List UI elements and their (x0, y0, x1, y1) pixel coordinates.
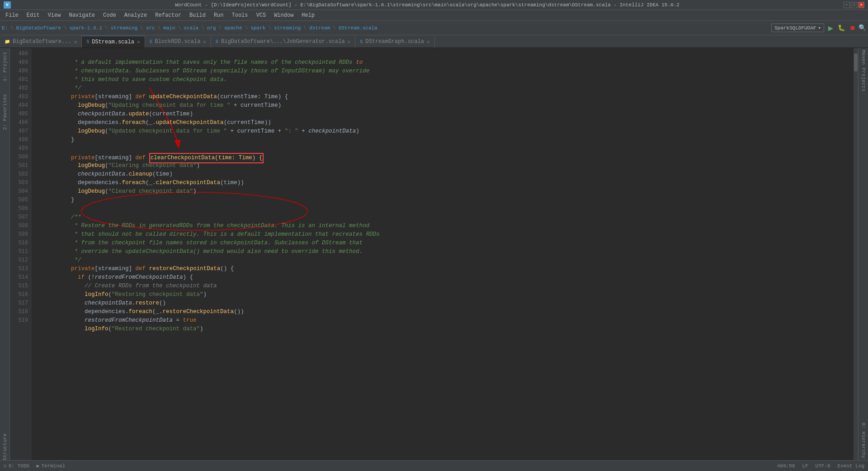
terminal-label: Terminal (41, 463, 65, 469)
lf-label: LF (802, 463, 808, 469)
search-everywhere-icon[interactable]: 🔍 (859, 24, 866, 32)
minimize-button[interactable]: ─ (844, 2, 850, 8)
app-icon: W (4, 1, 11, 9)
breadcrumb-org[interactable]: org (207, 25, 216, 31)
line-num-491: 491 (10, 76, 28, 84)
tab-close-0[interactable]: ✕ (74, 39, 77, 45)
sidebar-item-maven[interactable]: Maven Projects (859, 48, 868, 93)
tab-blockrdd[interactable]: S BlockRDD.scala ✕ (145, 36, 211, 48)
breadcrumb-bigdata[interactable]: BigDataSoftware (16, 25, 61, 31)
breadcrumb-streaming[interactable]: streaming (111, 25, 137, 31)
sidebar-item-project[interactable]: 1: Project (2, 52, 8, 81)
window-controls: ─ □ ✕ (844, 2, 864, 8)
tab-icon-1: S (86, 39, 89, 44)
menu-bar: FileEditViewNavigateCodeAnalyzeRefactorB… (0, 10, 868, 21)
breadcrumb-spark[interactable]: spark-1.6.1 (69, 25, 102, 31)
code-line-517: dependencies.foreach(_.restoreCheckpoint… (37, 299, 854, 308)
menu-item-file[interactable]: File (2, 10, 22, 20)
position-label: 499:59 (777, 463, 795, 469)
window-title: WordCount - [D:\IdeaProjects\WordCount] … (11, 2, 844, 8)
sidebar-item-structure[interactable]: Structure (2, 433, 8, 460)
line-num-512: 512 (10, 256, 28, 265)
sidebar-item-hierarchy[interactable]: 8: Hierarchy (859, 421, 868, 460)
line-num-506: 506 (10, 205, 28, 213)
breadcrumb-dstream[interactable]: dstream (309, 25, 330, 31)
status-right: 499:59 LF UTF-8 Event Log (777, 463, 864, 469)
breadcrumb-spark2[interactable]: spark (250, 25, 265, 31)
menu-item-vcs[interactable]: VCS (253, 10, 270, 20)
menu-item-analyze[interactable]: Analyze (121, 10, 151, 20)
breadcrumb-src[interactable]: src (146, 25, 155, 31)
maximize-button[interactable]: □ (851, 2, 857, 8)
menu-item-refactor[interactable]: Refactor (151, 10, 185, 20)
tab-icon-2: S (150, 39, 152, 44)
breadcrumb-streaming2[interactable]: streaming (274, 25, 301, 31)
menu-item-edit[interactable]: Edit (23, 10, 43, 20)
terminal-icon: ▶ (37, 463, 40, 469)
line-num-492: 492 (10, 84, 28, 93)
toolbar-right: SparkSQLDFUDAF ▾ ▶ 🐛 ⏹ 🔍 (771, 24, 866, 33)
breadcrumb-main[interactable]: main (163, 25, 175, 31)
code-line-511: */ (37, 247, 854, 256)
breadcrumb-apache[interactable]: apache (224, 25, 242, 31)
stop-button[interactable]: ⏹ (848, 24, 857, 33)
menu-item-build[interactable]: Build (186, 10, 209, 20)
line-num-517: 517 (10, 299, 28, 308)
tab-icon-4: S (360, 39, 363, 44)
project-panel: 1: Project 2: Favorites Structure (0, 48, 10, 460)
menu-item-run[interactable]: Run (210, 10, 227, 20)
tab-icon-3: S (216, 39, 218, 44)
line-num-513: 513 (10, 265, 28, 273)
code-line-492: private[streaming] def updateCheckpointD… (37, 84, 854, 93)
code-line-508: * that should not be called directly. Th… (37, 222, 854, 230)
encoding[interactable]: UTF-8 (816, 463, 830, 469)
line-num-519: 519 (10, 316, 28, 325)
menu-item-window[interactable]: Window (270, 10, 297, 20)
line-num-488: 488 (10, 50, 28, 58)
tab-close-2[interactable]: ✕ (203, 39, 206, 45)
menu-item-tools[interactable]: Tools (228, 10, 252, 20)
event-log-button[interactable]: Event Log (838, 463, 864, 469)
run-button[interactable]: ▶ (826, 24, 835, 33)
code-line-499: private[streaming] def clearCheckpointDa… (37, 144, 854, 153)
menu-item-code[interactable]: Code (99, 10, 120, 20)
close-button[interactable]: ✕ (858, 2, 864, 8)
todo-icon: ☑ (4, 463, 7, 469)
encoding-label: UTF-8 (816, 463, 830, 469)
tab-close-3[interactable]: ✕ (348, 39, 351, 45)
menu-item-navigate[interactable]: Navigate (65, 10, 99, 20)
scrollbar-thumb[interactable] (854, 53, 858, 71)
menu-item-help[interactable]: Help (298, 10, 318, 20)
vertical-scrollbar[interactable] (854, 48, 858, 460)
sidebar-item-favorites[interactable]: 2: Favorites (2, 94, 8, 130)
line-endings[interactable]: LF (802, 463, 808, 469)
tab-bigdatasoftware[interactable]: 📁 BigDataSoftware... ✕ (0, 36, 82, 48)
todo-button[interactable]: ☑ 6: TODO (4, 463, 29, 469)
tabs-bar: 📁 BigDataSoftware... ✕ S DStream.scala ✕… (0, 35, 868, 48)
chevron-down-icon[interactable]: ▾ (818, 25, 821, 31)
tab-label-1: DStream.scala (92, 39, 134, 45)
code-line-505 (37, 196, 854, 205)
tab-close-1[interactable]: ✕ (137, 39, 140, 45)
breadcrumb-e[interactable]: E: (2, 25, 8, 31)
code-line-490: * this method to save custom checkpoint … (37, 67, 854, 76)
debug-button[interactable]: 🐛 (837, 24, 846, 33)
tab-close-4[interactable]: ✕ (427, 39, 430, 45)
line-num-507: 507 (10, 213, 28, 222)
code-editor[interactable]: * a default implementation that saves on… (32, 48, 854, 460)
terminal-button[interactable]: ▶ Terminal (37, 463, 65, 469)
line-num-510: 510 (10, 239, 28, 247)
code-line-494: checkpointData.update(currentTime) (37, 101, 854, 110)
play-icon: ▶ (828, 24, 833, 32)
line-num-490: 490 (10, 67, 28, 76)
run-config-selector[interactable]: SparkSQLDFUDAF ▾ (771, 24, 824, 32)
tab-dstreamgraph[interactable]: S DStreamGraph.scala ✕ (355, 36, 434, 48)
breadcrumb-scala[interactable]: scala (184, 25, 198, 31)
breadcrumb-file[interactable]: DStream.scala (339, 25, 377, 31)
code-line-491: */ (37, 76, 854, 84)
menu-item-view[interactable]: View (44, 10, 65, 20)
tab-jobgenerator[interactable]: S BigDataSoftware\...\JobGenerator.scala… (211, 36, 355, 48)
tab-dstream-scala[interactable]: S DStream.scala ✕ (82, 36, 145, 48)
stop-icon: ⏹ (849, 24, 855, 31)
line-num-508: 508 (10, 222, 28, 230)
